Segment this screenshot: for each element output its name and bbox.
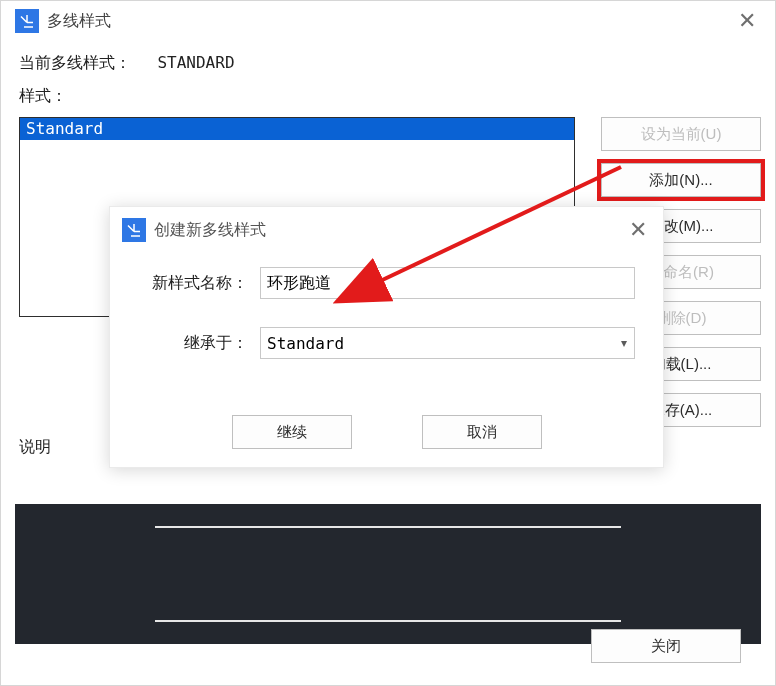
inherit-select[interactable] <box>260 327 635 359</box>
current-style-row: 当前多线样式： STANDARD <box>19 49 761 86</box>
create-style-dialog: 创建新多线样式 ✕ 新样式名称： 继承于： ▾ 继续 取消 <box>109 206 664 468</box>
cancel-button[interactable]: 取消 <box>422 415 542 449</box>
inherit-label: 继承于： <box>138 333 248 354</box>
preview-line-bottom <box>155 620 621 622</box>
set-current-button[interactable]: 设为当前(U) <box>601 117 761 151</box>
modal-close-icon[interactable]: ✕ <box>623 217 653 243</box>
modal-title-bar: 创建新多线样式 ✕ <box>110 207 663 253</box>
close-icon[interactable]: ✕ <box>729 8 765 34</box>
add-button[interactable]: 添加(N)... <box>601 163 761 197</box>
styles-label: 样式： <box>19 86 761 117</box>
preview-pane <box>15 504 761 644</box>
continue-button[interactable]: 继续 <box>232 415 352 449</box>
app-icon <box>15 9 39 33</box>
current-style-label: 当前多线样式： <box>19 53 131 74</box>
preview-line-top <box>155 526 621 528</box>
current-style-value: STANDARD <box>157 53 234 72</box>
new-name-input[interactable] <box>260 267 635 299</box>
close-button[interactable]: 关闭 <box>591 629 741 663</box>
title-bar: 多线样式 ✕ <box>1 1 775 41</box>
app-icon <box>122 218 146 242</box>
modal-title: 创建新多线样式 <box>154 220 623 241</box>
list-item[interactable]: Standard <box>20 118 574 140</box>
dialog-title: 多线样式 <box>47 11 729 32</box>
new-name-label: 新样式名称： <box>138 273 248 294</box>
